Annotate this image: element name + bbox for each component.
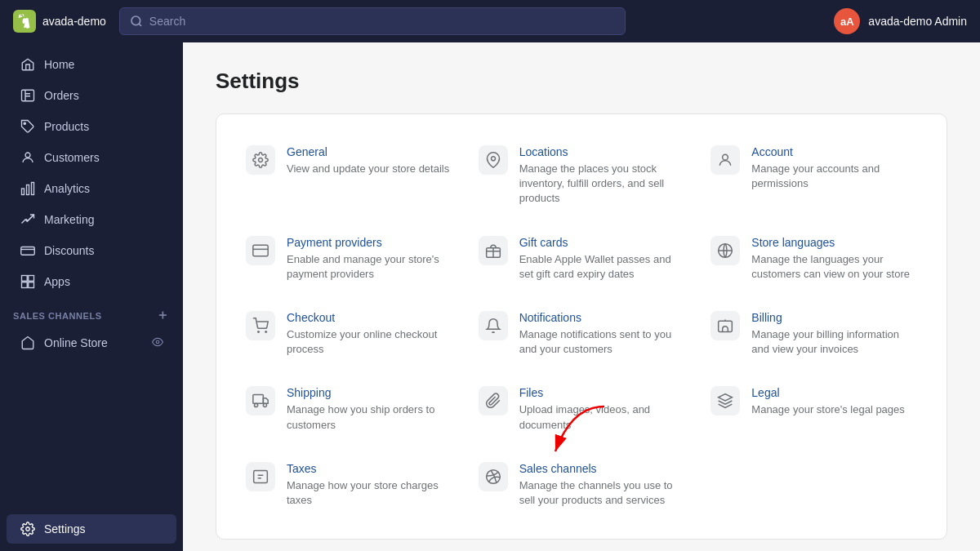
checkout-title: Checkout <box>287 311 452 324</box>
settings-item-account[interactable]: Account Manage your accounts and permiss… <box>697 131 930 221</box>
shipping-text: Shipping Manage how you ship orders to c… <box>287 386 452 432</box>
settings-item-legal[interactable]: Legal Manage your store's legal pages <box>697 371 930 447</box>
account-icon <box>710 145 740 175</box>
payment-icon <box>246 236 275 265</box>
store-logo: avada-demo <box>13 10 106 33</box>
notifications-desc: Manage notifications sent to you and you… <box>519 327 685 357</box>
taxes-title: Taxes <box>287 462 452 475</box>
settings-item-general[interactable]: General View and update your store detai… <box>233 131 466 221</box>
legal-desc: Manage your store's legal pages <box>751 402 917 417</box>
svg-point-20 <box>258 331 260 333</box>
locations-title: Locations <box>519 145 685 158</box>
svg-rect-26 <box>254 470 268 482</box>
svg-rect-9 <box>29 276 34 282</box>
settings-item-billing[interactable]: Billing Manage your billing information … <box>697 296 930 371</box>
payment-text: Payment providers Enable and manage your… <box>287 236 452 282</box>
svg-rect-6 <box>32 183 34 195</box>
sidebar-item-orders[interactable]: Orders <box>7 81 176 110</box>
notifications-text: Notifications Manage notifications sent … <box>519 311 685 357</box>
settings-item-notifications[interactable]: Notifications Manage notifications sent … <box>466 296 698 371</box>
sidebar-item-marketing[interactable]: Marketing <box>7 205 176 234</box>
taxes-icon <box>246 462 275 491</box>
svg-point-21 <box>265 331 267 333</box>
store-name-label: avada-demo <box>42 15 106 28</box>
apps-icon <box>20 273 36 290</box>
svg-rect-17 <box>253 245 268 256</box>
analytics-icon <box>20 180 36 197</box>
settings-item-files[interactable]: Files Upload images, videos, and documen… <box>466 371 698 447</box>
sidebar-item-home[interactable]: Home <box>7 50 176 79</box>
svg-rect-11 <box>29 282 34 288</box>
settings-item-shipping[interactable]: Shipping Manage how you ship orders to c… <box>233 371 466 447</box>
settings-item-locations[interactable]: Locations Manage the places you stock in… <box>466 131 698 221</box>
sidebar-label-customers: Customers <box>44 151 100 164</box>
general-title: General <box>287 145 452 158</box>
sales-channels-section: SALES CHANNELS ＋ <box>0 297 183 327</box>
shipping-title: Shipping <box>287 386 452 399</box>
files-text: Files Upload images, videos, and documen… <box>519 386 685 432</box>
svg-point-15 <box>491 157 495 161</box>
sidebar-item-online-store[interactable]: Online Store <box>7 328 176 358</box>
sidebar-label-settings: Settings <box>44 522 86 535</box>
sidebar-label-home: Home <box>44 58 74 71</box>
add-sales-channel-icon[interactable]: ＋ <box>156 307 170 324</box>
files-icon <box>479 386 508 415</box>
files-desc: Upload images, videos, and documents <box>519 402 685 432</box>
payment-desc: Enable and manage your store's payment p… <box>287 252 452 282</box>
billing-title: Billing <box>751 311 917 324</box>
giftcards-desc: Enable Apple Wallet passes and set gift … <box>519 252 685 282</box>
svg-point-3 <box>25 153 30 158</box>
account-desc: Manage your accounts and permissions <box>751 162 917 191</box>
shipping-icon <box>246 386 275 415</box>
shipping-desc: Manage how you ship orders to customers <box>287 402 452 432</box>
svg-rect-5 <box>27 185 29 195</box>
search-input[interactable] <box>149 15 615 28</box>
sidebar-item-apps[interactable]: Apps <box>7 267 176 296</box>
svg-point-16 <box>723 154 728 160</box>
svg-point-14 <box>259 158 263 162</box>
legal-text: Legal Manage your store's legal pages <box>751 386 917 417</box>
billing-icon <box>710 311 740 340</box>
checkout-desc: Customize your online checkout process <box>287 327 452 357</box>
settings-item-sales-channels[interactable]: Sales channels Manage the channels you u… <box>466 447 698 522</box>
settings-item-payment[interactable]: Payment providers Enable and manage your… <box>233 221 466 296</box>
svg-point-2 <box>24 122 25 124</box>
general-icon <box>246 145 275 175</box>
svg-rect-23 <box>253 395 264 404</box>
general-text: General View and update your store detai… <box>287 145 452 176</box>
svg-rect-8 <box>22 276 28 282</box>
settings-item-languages[interactable]: Store languages Manage the languages you… <box>697 221 930 296</box>
sidebar-label-apps: Apps <box>44 275 70 288</box>
sales-channels-title: Sales channels <box>519 462 685 475</box>
shopify-icon <box>13 10 36 33</box>
sidebar-item-customers[interactable]: Customers <box>7 143 176 172</box>
settings-item-checkout[interactable]: Checkout Customize your online checkout … <box>233 296 466 371</box>
sidebar-item-products[interactable]: Products <box>7 112 176 141</box>
search-icon <box>130 15 143 28</box>
sidebar-item-settings[interactable]: Settings <box>7 514 176 544</box>
settings-item-taxes[interactable]: Taxes Manage how your store charges taxe… <box>233 447 466 522</box>
eye-icon[interactable] <box>152 336 163 350</box>
checkout-text: Checkout Customize your online checkout … <box>287 311 452 357</box>
topbar-right: aA avada-demo Admin <box>834 8 967 34</box>
svg-point-13 <box>26 527 30 531</box>
taxes-desc: Manage how your store charges taxes <box>287 478 452 508</box>
languages-title: Store languages <box>751 236 917 249</box>
sales-channels-desc: Manage the channels you use to sell your… <box>519 478 685 508</box>
sidebar-item-discounts[interactable]: Discounts <box>7 236 176 265</box>
avatar: aA <box>834 8 860 34</box>
svg-point-24 <box>255 404 258 407</box>
orders-icon <box>20 87 36 104</box>
settings-item-giftcards[interactable]: Gift cards Enable Apple Wallet passes an… <box>466 221 698 296</box>
files-title: Files <box>519 386 685 399</box>
search-bar[interactable] <box>119 7 626 35</box>
billing-text: Billing Manage your billing information … <box>751 311 917 357</box>
svg-rect-1 <box>22 90 34 101</box>
locations-text: Locations Manage the places you stock in… <box>519 145 685 207</box>
sidebar-label-online-store: Online Store <box>44 336 144 349</box>
settings-grid: General View and update your store detai… <box>233 131 930 522</box>
payment-title: Payment providers <box>287 236 452 249</box>
sidebar-item-analytics[interactable]: Analytics <box>7 174 176 203</box>
main-layout: Home Orders Products Customers Analytics <box>0 42 980 551</box>
checkout-icon <box>246 311 275 340</box>
